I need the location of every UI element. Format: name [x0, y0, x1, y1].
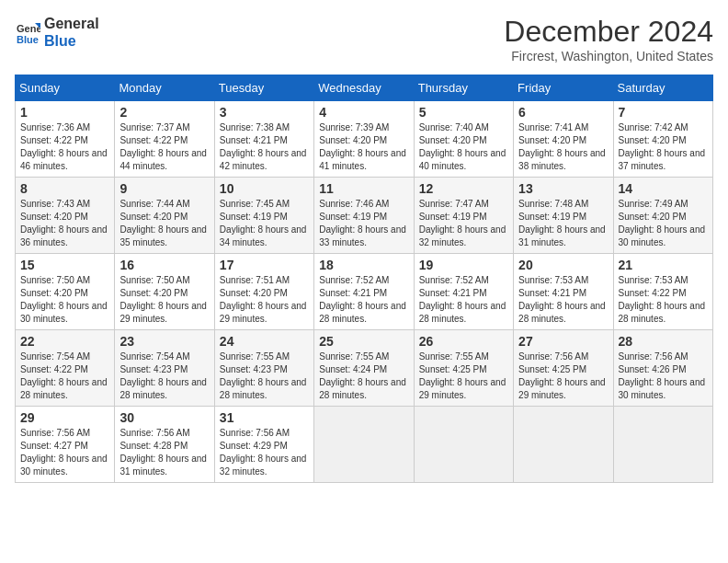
day-info: Sunrise: 7:53 AMSunset: 4:22 PMDaylight:… — [619, 274, 708, 326]
day-info: Sunrise: 7:55 AMSunset: 4:25 PMDaylight:… — [419, 350, 508, 402]
calendar-cell: 28Sunrise: 7:56 AMSunset: 4:26 PMDayligh… — [613, 330, 712, 407]
calendar-cell — [514, 407, 613, 483]
day-number: 31 — [220, 410, 309, 425]
main-title: December 2024 — [504, 15, 713, 49]
calendar-cell: 8Sunrise: 7:43 AMSunset: 4:20 PMDaylight… — [16, 178, 115, 254]
calendar-cell: 19Sunrise: 7:52 AMSunset: 4:21 PMDayligh… — [414, 254, 513, 330]
day-number: 27 — [518, 334, 608, 349]
day-info: Sunrise: 7:49 AMSunset: 4:20 PMDaylight:… — [619, 198, 708, 249]
calendar-cell: 21Sunrise: 7:53 AMSunset: 4:22 PMDayligh… — [613, 254, 712, 330]
week-row-1: 1Sunrise: 7:36 AMSunset: 4:22 PMDaylight… — [16, 101, 713, 178]
day-info: Sunrise: 7:54 AMSunset: 4:23 PMDaylight:… — [119, 350, 209, 402]
day-number: 22 — [20, 334, 109, 349]
calendar-cell: 29Sunrise: 7:56 AMSunset: 4:27 PMDayligh… — [16, 407, 115, 483]
day-number: 7 — [619, 105, 708, 120]
day-info: Sunrise: 7:47 AMSunset: 4:19 PMDaylight:… — [419, 198, 508, 249]
calendar-cell: 26Sunrise: 7:55 AMSunset: 4:25 PMDayligh… — [414, 330, 513, 407]
calendar-cell: 23Sunrise: 7:54 AMSunset: 4:23 PMDayligh… — [115, 330, 214, 407]
header-day-friday: Friday — [514, 75, 613, 101]
calendar-cell: 25Sunrise: 7:55 AMSunset: 4:24 PMDayligh… — [314, 330, 414, 407]
day-info: Sunrise: 7:52 AMSunset: 4:21 PMDaylight:… — [319, 274, 408, 326]
day-info: Sunrise: 7:37 AMSunset: 4:22 PMDaylight:… — [119, 121, 209, 173]
calendar-cell: 22Sunrise: 7:54 AMSunset: 4:22 PMDayligh… — [16, 330, 115, 407]
header-day-monday: Monday — [115, 75, 214, 101]
calendar-cell — [314, 407, 414, 483]
day-number: 21 — [619, 258, 708, 272]
day-number: 14 — [619, 181, 708, 196]
calendar-cell: 13Sunrise: 7:48 AMSunset: 4:19 PMDayligh… — [514, 178, 613, 254]
day-info: Sunrise: 7:55 AMSunset: 4:24 PMDaylight:… — [319, 350, 408, 402]
day-number: 25 — [319, 334, 408, 349]
calendar-cell — [613, 407, 712, 483]
calendar-cell: 27Sunrise: 7:56 AMSunset: 4:25 PMDayligh… — [514, 330, 613, 407]
calendar-cell — [414, 407, 513, 483]
header-row: SundayMondayTuesdayWednesdayThursdayFrid… — [16, 75, 713, 101]
calendar-cell: 3Sunrise: 7:38 AMSunset: 4:21 PMDaylight… — [214, 101, 313, 178]
day-info: Sunrise: 7:56 AMSunset: 4:25 PMDaylight:… — [518, 350, 608, 402]
day-number: 29 — [20, 410, 109, 425]
calendar-table: SundayMondayTuesdayWednesdayThursdayFrid… — [15, 75, 713, 483]
logo-icon: General Blue — [15, 19, 40, 45]
day-info: Sunrise: 7:38 AMSunset: 4:21 PMDaylight:… — [220, 121, 309, 173]
calendar-cell: 1Sunrise: 7:36 AMSunset: 4:22 PMDaylight… — [16, 101, 115, 178]
day-info: Sunrise: 7:36 AMSunset: 4:22 PMDaylight:… — [20, 121, 109, 173]
day-info: Sunrise: 7:42 AMSunset: 4:20 PMDaylight:… — [619, 121, 708, 173]
day-number: 26 — [419, 334, 508, 349]
day-info: Sunrise: 7:54 AMSunset: 4:22 PMDaylight:… — [20, 350, 109, 402]
calendar-cell: 2Sunrise: 7:37 AMSunset: 4:22 PMDaylight… — [115, 101, 214, 178]
calendar-cell: 6Sunrise: 7:41 AMSunset: 4:20 PMDaylight… — [514, 101, 613, 178]
day-info: Sunrise: 7:56 AMSunset: 4:28 PMDaylight:… — [119, 427, 209, 478]
day-number: 4 — [319, 105, 408, 120]
day-number: 5 — [419, 105, 508, 120]
week-row-3: 15Sunrise: 7:50 AMSunset: 4:20 PMDayligh… — [16, 254, 713, 330]
week-row-5: 29Sunrise: 7:56 AMSunset: 4:27 PMDayligh… — [16, 407, 713, 483]
day-info: Sunrise: 7:51 AMSunset: 4:20 PMDaylight:… — [220, 274, 309, 326]
day-info: Sunrise: 7:50 AMSunset: 4:20 PMDaylight:… — [119, 274, 209, 326]
calendar-cell: 5Sunrise: 7:40 AMSunset: 4:20 PMDaylight… — [414, 101, 513, 178]
calendar-cell: 16Sunrise: 7:50 AMSunset: 4:20 PMDayligh… — [115, 254, 214, 330]
subtitle: Fircrest, Washington, United States — [504, 49, 713, 63]
header-day-saturday: Saturday — [613, 75, 712, 101]
calendar-cell: 30Sunrise: 7:56 AMSunset: 4:28 PMDayligh… — [115, 407, 214, 483]
day-number: 16 — [119, 258, 209, 272]
day-number: 6 — [518, 105, 608, 120]
calendar-cell: 15Sunrise: 7:50 AMSunset: 4:20 PMDayligh… — [16, 254, 115, 330]
calendar-cell: 9Sunrise: 7:44 AMSunset: 4:20 PMDaylight… — [115, 178, 214, 254]
logo-text: General Blue — [44, 15, 99, 50]
calendar-cell: 24Sunrise: 7:55 AMSunset: 4:23 PMDayligh… — [214, 330, 313, 407]
week-row-4: 22Sunrise: 7:54 AMSunset: 4:22 PMDayligh… — [16, 330, 713, 407]
day-number: 2 — [119, 105, 209, 120]
title-area: December 2024 Fircrest, Washington, Unit… — [504, 15, 713, 63]
calendar-cell: 7Sunrise: 7:42 AMSunset: 4:20 PMDaylight… — [613, 101, 712, 178]
calendar-cell: 17Sunrise: 7:51 AMSunset: 4:20 PMDayligh… — [214, 254, 313, 330]
day-number: 9 — [119, 181, 209, 196]
day-number: 28 — [619, 334, 708, 349]
day-number: 17 — [220, 258, 309, 272]
header-day-thursday: Thursday — [414, 75, 513, 101]
day-number: 12 — [419, 181, 508, 196]
day-number: 10 — [220, 181, 309, 196]
day-number: 3 — [220, 105, 309, 120]
svg-text:Blue: Blue — [17, 34, 39, 45]
day-number: 18 — [319, 258, 408, 272]
day-info: Sunrise: 7:41 AMSunset: 4:20 PMDaylight:… — [518, 121, 608, 173]
day-number: 20 — [518, 258, 608, 272]
day-info: Sunrise: 7:40 AMSunset: 4:20 PMDaylight:… — [419, 121, 508, 173]
day-number: 11 — [319, 181, 408, 196]
day-info: Sunrise: 7:56 AMSunset: 4:26 PMDaylight:… — [619, 350, 708, 402]
day-info: Sunrise: 7:53 AMSunset: 4:21 PMDaylight:… — [518, 274, 608, 326]
day-number: 13 — [518, 181, 608, 196]
day-info: Sunrise: 7:45 AMSunset: 4:19 PMDaylight:… — [220, 198, 309, 249]
header-day-wednesday: Wednesday — [314, 75, 414, 101]
calendar-cell: 4Sunrise: 7:39 AMSunset: 4:20 PMDaylight… — [314, 101, 414, 178]
day-number: 19 — [419, 258, 508, 272]
week-row-2: 8Sunrise: 7:43 AMSunset: 4:20 PMDaylight… — [16, 178, 713, 254]
day-info: Sunrise: 7:56 AMSunset: 4:27 PMDaylight:… — [20, 427, 109, 478]
day-info: Sunrise: 7:39 AMSunset: 4:20 PMDaylight:… — [319, 121, 408, 173]
day-info: Sunrise: 7:50 AMSunset: 4:20 PMDaylight:… — [20, 274, 109, 326]
header-day-tuesday: Tuesday — [214, 75, 313, 101]
calendar-cell: 10Sunrise: 7:45 AMSunset: 4:19 PMDayligh… — [214, 178, 313, 254]
day-number: 15 — [20, 258, 109, 272]
header: General Blue General Blue December 2024 … — [15, 15, 713, 63]
day-number: 23 — [119, 334, 209, 349]
